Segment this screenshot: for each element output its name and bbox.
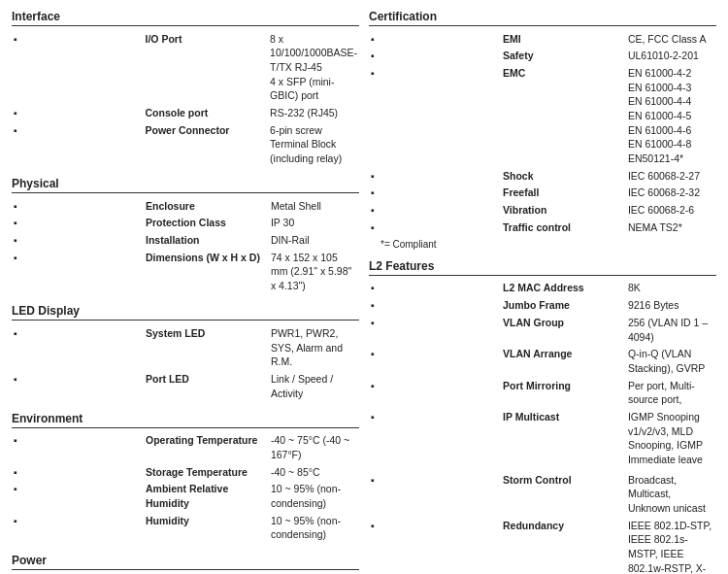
- list-item: ▪ VLAN Arrange Q-in-Q (VLAN Stacking), G…: [369, 346, 716, 377]
- list-item: ▪ EMI CE, FCC Class A: [369, 30, 716, 48]
- environment-title: Environment: [12, 412, 359, 428]
- list-item: ▪ Storm Control Broadcast, Multicast, Un…: [369, 471, 716, 517]
- right-column: Certification ▪ EMI CE, FCC Class A ▪ Sa…: [369, 10, 716, 574]
- list-item: ▪ Humidity 10 ~ 95% (non-condensing): [12, 512, 359, 543]
- list-item: ▪ IP Multicast IGMP Snooping v1/v2/v3, M…: [369, 408, 716, 468]
- list-item: ▪ Enclosure Metal Shell: [12, 197, 359, 215]
- led-title: LED Display: [12, 304, 359, 321]
- list-item: ▪ VLAN Group 256 (VLAN ID 1 – 4094): [369, 314, 716, 345]
- physical-title: Physical: [12, 177, 359, 193]
- physical-table: ▪ Enclosure Metal Shell ▪ Protection Cla…: [12, 197, 359, 294]
- environment-table: ▪ Operating Temperature -40 ~ 75°C (-40 …: [12, 432, 359, 544]
- list-item: ▪ Port Mirroring Per port, Multi-source …: [369, 377, 716, 408]
- list-item: ▪ Power Connector 6-pin screw Terminal B…: [12, 121, 359, 167]
- l2-table: ▪ L2 MAC Address 8K ▪ Jumbo Frame 9216 B…: [369, 280, 716, 574]
- list-item: ▪ Console port RS-232 (RJ45): [12, 104, 359, 121]
- list-item: ▪ Storage Temperature -40 ~ 85°C: [12, 463, 359, 481]
- list-item: ▪ L2 MAC Address 8K: [369, 280, 716, 297]
- list-item: ▪ Protection Class IP 30: [12, 215, 359, 232]
- list-item: ▪ System LED PWR1, PWR2, SYS, Alarm and …: [12, 324, 359, 370]
- power-title: Power: [12, 554, 359, 570]
- list-item: ▪ Port LED Link / Speed / Activity: [12, 370, 359, 401]
- list-item: ▪ Traffic control NEMA TS2*: [369, 219, 716, 236]
- list-item: ▪ EMC EN 61000-4-2 EN 61000-4-3 EN 61000…: [369, 64, 716, 167]
- certification-title: Certification: [369, 10, 716, 26]
- list-item: ▪ Installation DIN-Rail: [12, 232, 359, 250]
- left-column: Interface ▪ I/O Port 8 x 10/100/1000BASE…: [12, 10, 359, 574]
- list-item: ▪ Shock IEC 60068-2-27: [369, 167, 716, 185]
- led-table: ▪ System LED PWR1, PWR2, SYS, Alarm and …: [12, 324, 359, 401]
- interface-title: Interface: [12, 10, 359, 26]
- certification-table: ▪ EMI CE, FCC Class A ▪ Safety UL61010-2…: [369, 30, 716, 236]
- cert-note: *= Compliant: [381, 239, 716, 250]
- list-item: ▪ Dimensions (W x H x D) 74 x 152 x 105 …: [12, 249, 359, 294]
- interface-table: ▪ I/O Port 8 x 10/100/1000BASE-T/TX RJ-4…: [12, 30, 359, 167]
- list-item: ▪ Freefall IEC 60068-2-32: [369, 185, 716, 202]
- list-item: ▪ Ambient Relative Humidity 10 ~ 95% (no…: [12, 481, 359, 512]
- l2-title: L2 Features: [369, 259, 716, 276]
- list-item: ▪ I/O Port 8 x 10/100/1000BASE-T/TX RJ-4…: [12, 30, 359, 104]
- list-item: ▪ Operating Temperature -40 ~ 75°C (-40 …: [12, 432, 359, 463]
- list-item: ▪ Vibration IEC 60068-2-6: [369, 202, 716, 219]
- list-item: ▪ Jumbo Frame 9216 Bytes: [369, 297, 716, 315]
- list-item: ▪ Safety UL61010-2-201: [369, 48, 716, 65]
- list-item: ▪ Redundancy IEEE 802.1D-STP, IEEE 802.1…: [369, 517, 716, 574]
